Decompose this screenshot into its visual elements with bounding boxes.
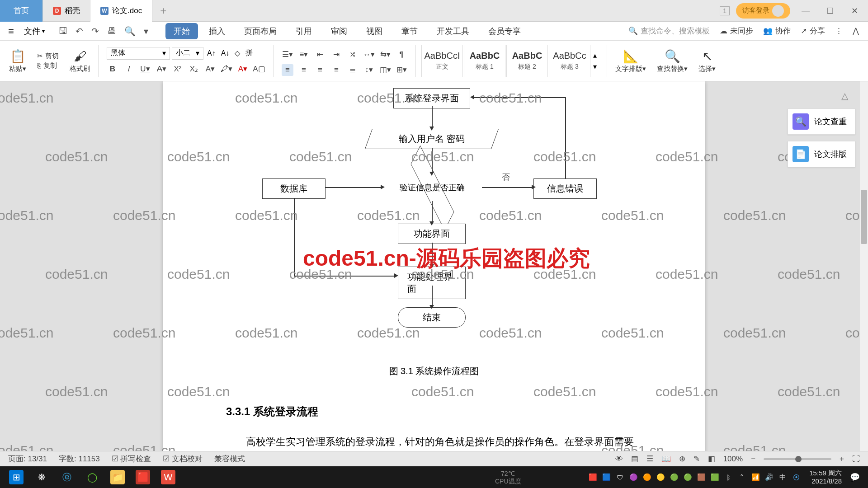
shading-icon[interactable]: ◫▾ (379, 64, 391, 76)
char-border-icon[interactable]: A▢ (253, 63, 265, 75)
tray-icon[interactable]: 🛡 (615, 472, 625, 482)
document-page[interactable]: 系统登录界面 输入用户名 密码 数据库 验证信息是否正确 信息错误 功能界面 功… (163, 81, 705, 472)
underline-icon[interactable]: U▾ (139, 63, 151, 75)
more-icon[interactable]: ⋮ (835, 26, 843, 36)
clear-format-icon[interactable]: ◇ (233, 49, 242, 57)
align-justify-icon[interactable]: ≡ (330, 64, 342, 76)
tab-member[interactable]: 会员专享 (480, 23, 529, 39)
char-scale-icon[interactable]: ↔▾ (363, 49, 375, 61)
taskbar-ie[interactable]: ⓔ (54, 466, 80, 488)
style-heading2[interactable]: AaBbC标题 2 (506, 45, 548, 77)
style-heading3[interactable]: AaBbCc标题 3 (549, 45, 590, 77)
decrease-font-icon[interactable]: A↓ (219, 49, 231, 57)
collapse-ribbon-icon[interactable]: ⋀ (853, 26, 859, 36)
style-normal[interactable]: AaBbCcI正文 (421, 45, 463, 77)
word-count[interactable]: 字数: 11153 (59, 454, 100, 464)
format-painter-button[interactable]: 🖌格式刷 (70, 49, 90, 73)
taskbar-explorer[interactable]: 📁 (105, 466, 130, 488)
find-replace-button[interactable]: 🔍查找替换▾ (657, 49, 688, 73)
borders-icon[interactable]: ⊞▾ (396, 64, 407, 76)
maximize-button[interactable]: ☐ (821, 4, 839, 18)
undo-icon[interactable]: ↶ (75, 26, 83, 37)
collab-button[interactable]: 👥 协作 (763, 26, 791, 36)
outline-view-icon[interactable]: ☰ (646, 454, 653, 464)
subscript-icon[interactable]: X₂ (188, 63, 200, 75)
tray-icon[interactable]: 🟠 (642, 472, 652, 482)
login-button[interactable]: 访客登录 (736, 3, 790, 19)
zoom-out-icon[interactable]: − (751, 455, 755, 464)
bold-icon[interactable]: B (107, 63, 118, 75)
styles-down-icon[interactable]: ▾ (593, 62, 601, 71)
minimize-button[interactable]: — (797, 4, 815, 18)
style-heading1[interactable]: AaBbC标题 1 (464, 45, 505, 77)
tray-icon[interactable]: 🟫 (696, 472, 706, 482)
tray-icon[interactable]: 🟦 (601, 472, 611, 482)
paste-button[interactable]: 📋粘贴▾ (9, 49, 26, 73)
web-view-icon[interactable]: ⊕ (679, 454, 685, 464)
spell-check[interactable]: ☑ 拼写检查 (112, 454, 151, 464)
tab-docer[interactable]: D 稻壳 (43, 0, 90, 22)
reading-view-icon[interactable]: 📖 (661, 454, 671, 464)
strikethrough-icon[interactable]: A̶▾ (156, 63, 167, 75)
show-marks-icon[interactable]: ¶ (396, 49, 407, 61)
fullscreen-icon[interactable]: ⛶ (852, 455, 860, 464)
eye-icon[interactable]: 👁 (615, 455, 623, 464)
tray-icon[interactable]: 🟣 (628, 472, 638, 482)
vertical-scrollbar[interactable] (860, 81, 868, 472)
wifi-icon[interactable]: 📶 (750, 472, 760, 482)
tab-home[interactable]: 首页 (0, 0, 43, 22)
pinyin-icon[interactable]: 拼 (244, 48, 255, 58)
share-button[interactable]: ↗ 分享 (801, 26, 825, 36)
increase-font-icon[interactable]: A↑ (205, 49, 217, 57)
panel-collapse-icon[interactable]: △ (841, 90, 848, 101)
tray-icon[interactable]: 🟢 (669, 472, 679, 482)
tab-dev-tools[interactable]: 开发工具 (429, 23, 477, 39)
print-preview-icon[interactable]: 🔍 (124, 26, 136, 37)
line-spacing-icon[interactable]: ↕▾ (363, 64, 375, 76)
close-button[interactable]: ✕ (845, 4, 863, 18)
scrollbar-thumb[interactable] (861, 190, 867, 244)
tray-icon[interactable]: 🟥 (588, 472, 598, 482)
decrease-indent-icon[interactable]: ⇤ (314, 49, 326, 61)
copy-button[interactable]: ⎘ 复制 (37, 61, 57, 70)
page-view-icon[interactable]: ▤ (631, 454, 638, 464)
save-icon[interactable]: 🖫 (58, 26, 67, 37)
print-icon[interactable]: 🖶 (107, 26, 116, 37)
command-search[interactable]: 🔍 查找命令、搜索模板 (628, 26, 710, 36)
clock[interactable]: 15:59 周六 2021/8/28 (806, 469, 845, 485)
taskbar-browser[interactable]: ◯ (80, 466, 105, 488)
tab-start[interactable]: 开始 (165, 23, 198, 39)
unsync-button[interactable]: ☁ 未同步 (720, 26, 753, 36)
page-indicator[interactable]: 页面: 13/31 (8, 454, 47, 464)
window-count-badge[interactable]: 1 (720, 6, 730, 15)
search-tray-icon[interactable]: ⦿ (791, 472, 801, 482)
zoom-level[interactable]: 100% (723, 455, 743, 464)
new-tab-button[interactable]: + (152, 5, 174, 17)
tray-icon[interactable]: 🟢 (683, 472, 693, 482)
number-list-icon[interactable]: ≡▾ (298, 49, 310, 61)
superscript-icon[interactable]: X² (172, 63, 184, 75)
tab-insert[interactable]: 插入 (201, 23, 233, 39)
settings-icon[interactable]: ◧ (708, 454, 715, 464)
zoom-in-icon[interactable]: + (840, 455, 844, 464)
notifications-icon[interactable]: 💬 (850, 472, 860, 482)
styles-up-icon[interactable]: ▴ (593, 51, 601, 60)
align-distribute-icon[interactable]: ≣ (347, 64, 359, 76)
tab-page-layout[interactable]: 页面布局 (236, 23, 285, 39)
tray-up-icon[interactable]: ˄ (737, 472, 747, 482)
tab-review[interactable]: 审阅 (323, 23, 355, 39)
align-center-icon[interactable]: ≡ (298, 64, 310, 76)
increase-indent-icon[interactable]: ⇥ (330, 49, 342, 61)
zoom-slider[interactable] (764, 458, 831, 460)
highlight-icon[interactable]: 🖍▾ (221, 63, 232, 75)
taskbar-app-1[interactable]: ❋ (29, 466, 54, 488)
text-effect-icon[interactable]: A▾ (204, 63, 216, 75)
start-button[interactable]: ⊞ (4, 466, 29, 488)
ime-indicator[interactable]: 中 (778, 472, 788, 482)
bluetooth-icon[interactable]: ᛒ (723, 472, 733, 482)
hamburger-icon[interactable]: ≡ (5, 25, 18, 37)
file-menu[interactable]: 文件 ▾ (19, 26, 49, 37)
font-name-select[interactable]: 黑体▾ (107, 47, 170, 60)
volume-icon[interactable]: 🔊 (764, 472, 774, 482)
italic-icon[interactable]: I (123, 63, 135, 75)
